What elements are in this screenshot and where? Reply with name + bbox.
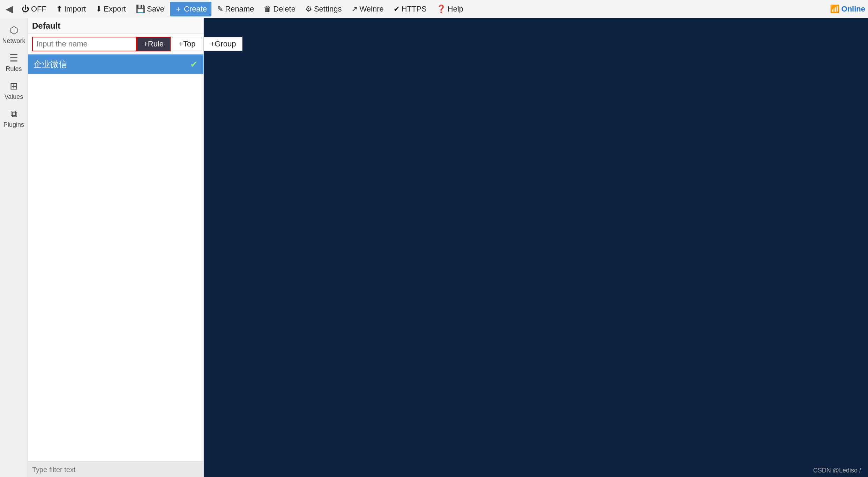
help-button[interactable]: ❓ Help <box>432 3 467 15</box>
import-button[interactable]: ⬆ Import <box>52 3 90 15</box>
export-button[interactable]: ⬇ Export <box>91 3 130 15</box>
off-icon: ⏻ <box>22 5 29 14</box>
weinre-button[interactable]: ↗ Weinre <box>347 3 388 15</box>
name-input[interactable] <box>32 37 136 51</box>
online-badge: 📶 Online <box>830 5 865 14</box>
toolbar: ◀ ⏻ OFF ⬆ Import ⬇ Export 💾 Save ＋ Creat… <box>0 0 868 18</box>
network-icon: ⬡ <box>10 24 18 36</box>
sidebar-item-rules[interactable]: ☰ Rules <box>1 49 27 76</box>
delete-icon: 🗑 <box>264 5 271 14</box>
plugins-icon: ⧉ <box>10 108 17 120</box>
check-icon: ✔ <box>190 59 198 70</box>
https-button[interactable]: ✔ HTTPS <box>389 3 431 15</box>
create-row: +Rule +Top +Group <box>28 34 203 54</box>
values-icon: ⊞ <box>10 80 18 92</box>
import-icon: ⬆ <box>56 5 62 14</box>
help-icon: ❓ <box>436 5 446 14</box>
save-button[interactable]: 💾 Save <box>132 3 169 15</box>
off-button[interactable]: ⏻ OFF <box>17 3 51 15</box>
sidebar-item-network[interactable]: ⬡ Network <box>1 21 27 48</box>
sidebar-item-values[interactable]: ⊞ Values <box>1 77 27 104</box>
add-group-button[interactable]: +Group <box>203 37 242 51</box>
item-name: 企业微信 <box>33 59 67 70</box>
settings-button[interactable]: ⚙ Settings <box>301 3 346 15</box>
weinre-icon: ↗ <box>351 5 358 14</box>
settings-icon: ⚙ <box>305 5 312 14</box>
list-panel-header: Default <box>28 18 203 34</box>
list-panel: Default +Rule +Top +Group 企业微信 ✔ <box>28 18 204 477</box>
rules-icon: ☰ <box>9 52 18 64</box>
create-plus-icon: ＋ <box>174 4 182 14</box>
main-content <box>204 18 868 477</box>
sidebar-item-plugins[interactable]: ⧉ Plugins <box>1 105 27 132</box>
create-button[interactable]: ＋ Create <box>170 2 211 16</box>
rename-icon: ✎ <box>217 5 223 14</box>
list-panel-title: Default <box>32 21 199 31</box>
delete-button[interactable]: 🗑 Delete <box>260 3 300 15</box>
https-icon: ✔ <box>394 5 400 14</box>
filter-input[interactable] <box>32 466 199 474</box>
chart-icon: 📶 <box>830 5 839 14</box>
add-rule-button[interactable]: +Rule <box>136 37 171 51</box>
list-item[interactable]: 企业微信 ✔ <box>28 54 203 74</box>
add-top-button[interactable]: +Top <box>172 37 202 51</box>
export-icon: ⬇ <box>96 5 102 14</box>
icon-sidebar: ⬡ Network ☰ Rules ⊞ Values ⧉ Plugins <box>0 18 28 477</box>
rename-button[interactable]: ✎ Rename <box>213 3 258 15</box>
bottom-status: CSDN @Lediso / <box>813 467 861 474</box>
save-icon: 💾 <box>136 5 145 14</box>
toolbar-right: 📶 Online <box>830 5 865 14</box>
main-layout: ⬡ Network ☰ Rules ⊞ Values ⧉ Plugins Def… <box>0 18 868 477</box>
back-icon[interactable]: ◀ <box>3 1 16 16</box>
filter-box <box>28 461 203 477</box>
